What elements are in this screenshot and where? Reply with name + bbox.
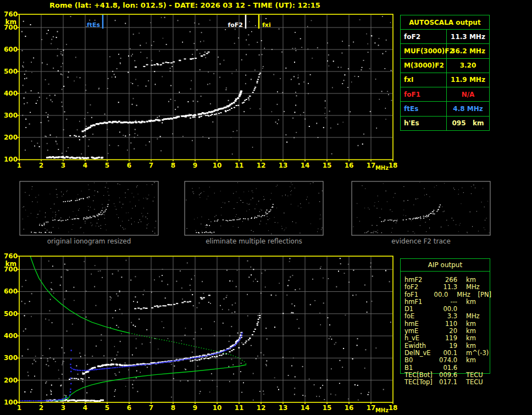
row-unit: km xyxy=(466,328,490,335)
svg-text:5: 5 xyxy=(105,404,109,412)
svg-text:17: 17 xyxy=(367,162,376,169)
table-row: foF211.3MHz xyxy=(400,284,491,291)
row-value: 19 xyxy=(437,342,457,350)
row-value: 110 xyxy=(437,320,457,328)
svg-text:6: 6 xyxy=(127,162,131,169)
svg-text:4: 4 xyxy=(83,162,87,169)
row-value: 266 xyxy=(437,276,457,284)
svg-text:MHz: MHz xyxy=(375,165,389,171)
top-ionogram-plot: 123456789101112131415161718MHz7607006005… xyxy=(4,10,397,171)
svg-text:km: km xyxy=(5,18,16,26)
svg-text:17: 17 xyxy=(367,404,376,412)
svg-text:10: 10 xyxy=(213,162,222,169)
svg-text:7: 7 xyxy=(149,404,153,412)
row-value: 4.8 MHz xyxy=(447,102,489,115)
row-value: 3.20 xyxy=(447,59,489,73)
svg-text:16: 16 xyxy=(345,404,354,412)
svg-text:8: 8 xyxy=(171,162,175,169)
thumbnail-caption-original: original ionogram resized xyxy=(20,237,158,245)
row-label: foE xyxy=(400,313,437,320)
row-unit: km xyxy=(466,320,490,328)
table-row: ymE20km xyxy=(400,328,491,335)
svg-text:8: 8 xyxy=(171,404,175,412)
row-value: 01.6 xyxy=(437,364,457,372)
plot-frame xyxy=(16,256,393,404)
svg-text:7: 7 xyxy=(149,162,153,169)
row-unit: TECU xyxy=(466,372,490,379)
svg-text:fxi: fxi xyxy=(262,21,271,29)
electron-density-profile xyxy=(30,256,129,333)
row-label: B1 xyxy=(400,364,437,372)
row-unit: km xyxy=(466,298,490,306)
svg-text:3: 3 xyxy=(61,162,65,169)
svg-text:2: 2 xyxy=(39,162,43,169)
row-value: N/A xyxy=(447,87,489,101)
table-row: TEC[Top]017.1TECU xyxy=(400,379,491,386)
table-row: Ewidth19km xyxy=(400,342,491,350)
row-label: hmF2 xyxy=(400,276,437,284)
svg-text:15: 15 xyxy=(323,162,332,169)
table-row: foF1N/A xyxy=(401,87,489,102)
plot-grid xyxy=(20,15,392,159)
row-value: 095 km xyxy=(447,117,489,130)
aip-trace xyxy=(69,350,72,396)
row-value: 20 xyxy=(437,328,457,335)
svg-text:4: 4 xyxy=(83,404,87,412)
svg-text:km: km xyxy=(5,260,16,268)
svg-text:100: 100 xyxy=(4,399,18,406)
row-value: 11.9 MHz xyxy=(447,73,489,87)
svg-text:500: 500 xyxy=(4,310,18,318)
table-row: DelN_vE00.1m^(-3) xyxy=(400,350,491,357)
row-unit: MHz xyxy=(466,284,490,291)
table-row: h_vE119km xyxy=(400,335,491,342)
svg-text:13: 13 xyxy=(279,162,288,169)
svg-text:11: 11 xyxy=(235,404,244,412)
svg-text:18: 18 xyxy=(389,162,398,169)
thumbnail-0 xyxy=(20,181,158,235)
noise-speckle xyxy=(21,16,392,154)
row-label: B0 xyxy=(400,357,437,364)
row-label: fxI xyxy=(401,73,447,87)
thumbnail-caption-evidence: evidence F2 trace xyxy=(352,237,490,245)
table-row: ftEs4.8 MHz xyxy=(401,102,489,116)
svg-text:9: 9 xyxy=(193,404,197,412)
plot-grid xyxy=(20,257,392,402)
thumbnail-2 xyxy=(352,181,490,235)
svg-text:18: 18 xyxy=(389,404,398,412)
svg-text:400: 400 xyxy=(4,332,18,340)
row-label: hmE xyxy=(400,320,437,328)
row-unit: MHz xyxy=(466,313,490,320)
thumbnail-1 xyxy=(185,181,323,235)
row-label: foF2 xyxy=(400,284,437,291)
table-row: foF211.3 MHz xyxy=(401,30,489,44)
row-value: 119 xyxy=(437,335,457,342)
svg-text:ftEs: ftEs xyxy=(87,21,101,29)
table-row: hmE110km xyxy=(400,320,491,328)
svg-text:300: 300 xyxy=(4,354,18,362)
axis-labels: 123456789101112131415161718MHz7607006005… xyxy=(4,10,397,171)
row-label: ftEs xyxy=(401,102,447,115)
row-label: TEC[Bot] xyxy=(400,372,437,379)
svg-text:13: 13 xyxy=(279,404,288,412)
row-label: hmF1 xyxy=(400,298,437,306)
row-label: ymE xyxy=(400,328,437,335)
row-value: 36.2 MHz xyxy=(447,44,489,58)
svg-text:6: 6 xyxy=(127,404,131,412)
svg-text:16: 16 xyxy=(345,162,354,169)
axis-labels: 123456789101112131415161718MHz7607006005… xyxy=(4,252,397,413)
svg-text:9: 9 xyxy=(193,162,197,169)
autoscala-table-header: AUTOSCALA output xyxy=(401,15,489,30)
table-row: M(3000)F23.20 xyxy=(401,59,489,73)
svg-text:5: 5 xyxy=(105,162,109,169)
table-row: hmF2266km xyxy=(400,276,491,284)
row-value: 11.3 MHz xyxy=(447,30,489,43)
row-value: 074.0 xyxy=(437,357,457,364)
marker-ftEs: ftEs xyxy=(87,15,103,29)
row-value: 017.1 xyxy=(437,379,457,386)
row-unit: km xyxy=(466,276,490,284)
svg-text:1: 1 xyxy=(17,404,21,412)
svg-text:14: 14 xyxy=(301,404,310,412)
row-label: h_vE xyxy=(400,335,437,342)
svg-text:300: 300 xyxy=(4,112,18,119)
table-row: foE3.3MHz xyxy=(400,313,491,320)
